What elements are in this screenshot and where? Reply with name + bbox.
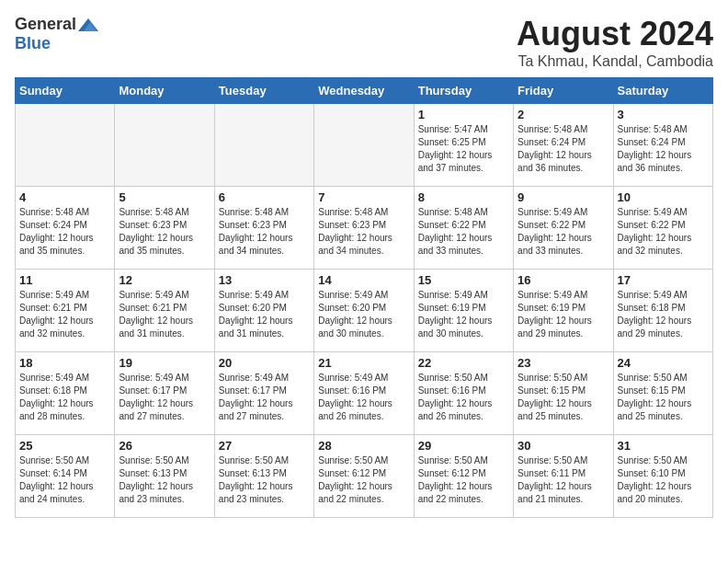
cell-info: Sunrise: 5:49 AMSunset: 6:18 PMDaylight:… (19, 372, 110, 423)
cell-info: Sunrise: 5:47 AMSunset: 6:25 PMDaylight:… (418, 123, 509, 175)
day-number: 3 (618, 108, 709, 121)
header: General Blue August 2024 Ta Khmau, Kanda… (15, 15, 713, 70)
day-cell: 16Sunrise: 5:49 AMSunset: 6:19 PMDayligh… (514, 270, 613, 352)
day-cell: 17Sunrise: 5:49 AMSunset: 6:18 PMDayligh… (613, 270, 712, 352)
day-cell: 1Sunrise: 5:47 AMSunset: 6:25 PMDaylight… (414, 104, 513, 187)
day-cell: 11Sunrise: 5:49 AMSunset: 6:21 PMDayligh… (16, 270, 115, 352)
day-cell: 14Sunrise: 5:49 AMSunset: 6:20 PMDayligh… (314, 270, 414, 352)
cell-info: Sunrise: 5:49 AMSunset: 6:21 PMDaylight:… (19, 289, 110, 340)
day-cell: 5Sunrise: 5:48 AMSunset: 6:23 PMDaylight… (115, 187, 214, 270)
cell-info: Sunrise: 5:49 AMSunset: 6:20 PMDaylight:… (219, 289, 310, 340)
day-number: 6 (219, 190, 310, 204)
day-cell: 10Sunrise: 5:49 AMSunset: 6:22 PMDayligh… (613, 187, 712, 270)
cell-info: Sunrise: 5:50 AMSunset: 6:15 PMDaylight:… (618, 372, 709, 423)
weekday-header-friday: Friday (514, 78, 613, 104)
day-number: 11 (19, 273, 110, 287)
week-row-1: 1Sunrise: 5:47 AMSunset: 6:25 PMDaylight… (16, 104, 713, 187)
day-cell: 8Sunrise: 5:48 AMSunset: 6:22 PMDaylight… (414, 187, 513, 270)
logo: General Blue (15, 15, 98, 53)
day-cell: 7Sunrise: 5:48 AMSunset: 6:23 PMDaylight… (314, 187, 414, 270)
day-cell: 18Sunrise: 5:49 AMSunset: 6:18 PMDayligh… (16, 352, 115, 435)
day-number: 5 (119, 190, 210, 204)
day-number: 10 (618, 190, 709, 204)
title-area: August 2024 Ta Khmau, Kandal, Cambodia (517, 15, 713, 70)
cell-info: Sunrise: 5:49 AMSunset: 6:20 PMDaylight:… (318, 289, 409, 340)
day-number: 15 (418, 273, 509, 287)
month-title: August 2024 (517, 15, 713, 53)
day-cell: 9Sunrise: 5:49 AMSunset: 6:22 PMDaylight… (514, 187, 613, 270)
day-cell: 31Sunrise: 5:50 AMSunset: 6:10 PMDayligh… (613, 435, 712, 518)
cell-info: Sunrise: 5:50 AMSunset: 6:12 PMDaylight:… (318, 454, 409, 506)
day-number: 2 (518, 108, 609, 121)
cell-info: Sunrise: 5:48 AMSunset: 6:24 PMDaylight:… (19, 206, 110, 258)
day-number: 29 (418, 439, 509, 453)
day-cell: 21Sunrise: 5:49 AMSunset: 6:16 PMDayligh… (314, 352, 414, 435)
day-cell: 12Sunrise: 5:49 AMSunset: 6:21 PMDayligh… (115, 270, 214, 352)
logo-general-text: General (15, 15, 76, 34)
day-number: 21 (318, 356, 409, 370)
cell-info: Sunrise: 5:50 AMSunset: 6:11 PMDaylight:… (518, 454, 609, 506)
day-number: 14 (318, 273, 409, 287)
weekday-header-saturday: Saturday (613, 78, 712, 104)
day-number: 9 (518, 190, 609, 204)
cell-info: Sunrise: 5:50 AMSunset: 6:15 PMDaylight:… (518, 372, 609, 423)
logo-icon (78, 18, 98, 33)
cell-info: Sunrise: 5:50 AMSunset: 6:12 PMDaylight:… (418, 454, 509, 506)
day-cell (115, 104, 214, 187)
day-cell: 28Sunrise: 5:50 AMSunset: 6:12 PMDayligh… (314, 435, 414, 518)
day-number: 28 (318, 439, 409, 453)
day-number: 8 (418, 190, 509, 204)
day-number: 25 (19, 439, 110, 453)
day-cell: 26Sunrise: 5:50 AMSunset: 6:13 PMDayligh… (115, 435, 214, 518)
day-cell: 6Sunrise: 5:48 AMSunset: 6:23 PMDaylight… (214, 187, 313, 270)
cell-info: Sunrise: 5:49 AMSunset: 6:21 PMDaylight:… (119, 289, 210, 340)
cell-info: Sunrise: 5:49 AMSunset: 6:17 PMDaylight:… (219, 372, 310, 423)
week-row-4: 18Sunrise: 5:49 AMSunset: 6:18 PMDayligh… (16, 352, 713, 435)
weekday-header-monday: Monday (115, 78, 214, 104)
day-number: 1 (418, 108, 509, 121)
day-number: 16 (518, 273, 609, 287)
day-number: 13 (219, 273, 310, 287)
cell-info: Sunrise: 5:49 AMSunset: 6:17 PMDaylight:… (119, 372, 210, 423)
day-cell (214, 104, 313, 187)
day-cell: 4Sunrise: 5:48 AMSunset: 6:24 PMDaylight… (16, 187, 115, 270)
cell-info: Sunrise: 5:48 AMSunset: 6:23 PMDaylight:… (318, 206, 409, 258)
day-number: 26 (119, 439, 210, 453)
day-cell: 22Sunrise: 5:50 AMSunset: 6:16 PMDayligh… (414, 352, 513, 435)
cell-info: Sunrise: 5:48 AMSunset: 6:22 PMDaylight:… (418, 206, 509, 258)
day-cell (314, 104, 414, 187)
cell-info: Sunrise: 5:50 AMSunset: 6:14 PMDaylight:… (19, 454, 110, 506)
day-number: 31 (618, 439, 709, 453)
day-cell: 23Sunrise: 5:50 AMSunset: 6:15 PMDayligh… (514, 352, 613, 435)
cell-info: Sunrise: 5:49 AMSunset: 6:22 PMDaylight:… (618, 206, 709, 258)
week-row-2: 4Sunrise: 5:48 AMSunset: 6:24 PMDaylight… (16, 187, 713, 270)
day-number: 30 (518, 439, 609, 453)
day-number: 19 (119, 356, 210, 370)
weekday-header-tuesday: Tuesday (214, 78, 313, 104)
cell-info: Sunrise: 5:50 AMSunset: 6:10 PMDaylight:… (618, 454, 709, 506)
cell-info: Sunrise: 5:48 AMSunset: 6:23 PMDaylight:… (219, 206, 310, 258)
day-number: 27 (219, 439, 310, 453)
day-number: 20 (219, 356, 310, 370)
cell-info: Sunrise: 5:49 AMSunset: 6:18 PMDaylight:… (618, 289, 709, 340)
cell-info: Sunrise: 5:49 AMSunset: 6:19 PMDaylight:… (518, 289, 609, 340)
day-cell: 13Sunrise: 5:49 AMSunset: 6:20 PMDayligh… (214, 270, 313, 352)
day-number: 24 (618, 356, 709, 370)
day-cell: 29Sunrise: 5:50 AMSunset: 6:12 PMDayligh… (414, 435, 513, 518)
day-cell: 2Sunrise: 5:48 AMSunset: 6:24 PMDaylight… (514, 104, 613, 187)
cell-info: Sunrise: 5:48 AMSunset: 6:24 PMDaylight:… (518, 123, 609, 175)
day-cell (16, 104, 115, 187)
cell-info: Sunrise: 5:50 AMSunset: 6:13 PMDaylight:… (119, 454, 210, 506)
day-number: 22 (418, 356, 509, 370)
header-row: SundayMondayTuesdayWednesdayThursdayFrid… (16, 78, 713, 104)
day-cell: 15Sunrise: 5:49 AMSunset: 6:19 PMDayligh… (414, 270, 513, 352)
day-cell: 27Sunrise: 5:50 AMSunset: 6:13 PMDayligh… (214, 435, 313, 518)
day-cell: 19Sunrise: 5:49 AMSunset: 6:17 PMDayligh… (115, 352, 214, 435)
weekday-header-wednesday: Wednesday (314, 78, 414, 104)
weekday-header-sunday: Sunday (16, 78, 115, 104)
day-number: 23 (518, 356, 609, 370)
week-row-5: 25Sunrise: 5:50 AMSunset: 6:14 PMDayligh… (16, 435, 713, 518)
day-number: 12 (119, 273, 210, 287)
day-cell: 3Sunrise: 5:48 AMSunset: 6:24 PMDaylight… (613, 104, 712, 187)
day-cell: 24Sunrise: 5:50 AMSunset: 6:15 PMDayligh… (613, 352, 712, 435)
